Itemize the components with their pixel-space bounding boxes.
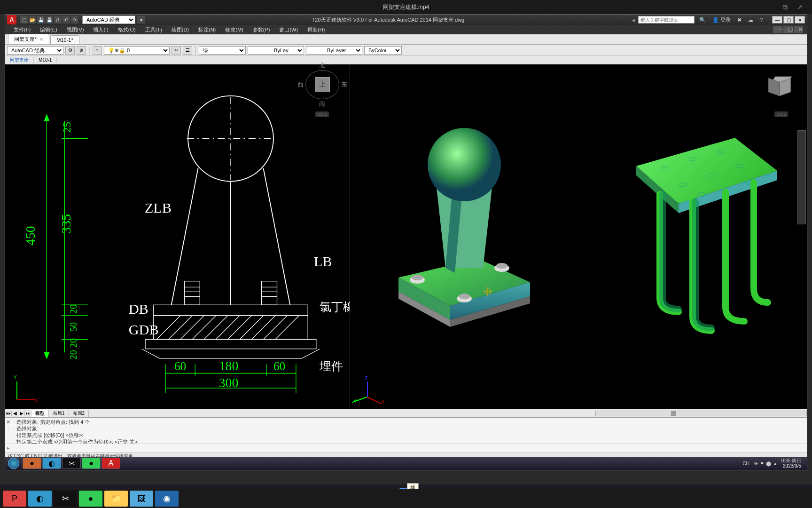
tab-next-icon[interactable]: ▶: [18, 411, 25, 416]
taskbar-item[interactable]: ◐: [42, 458, 61, 469]
tray-icon[interactable]: ⚑: [760, 461, 764, 466]
file-tab[interactable]: M10-1*: [50, 35, 79, 44]
workspace-settings-icon[interactable]: ▾: [137, 16, 145, 24]
taskbar-app[interactable]: ●: [79, 491, 102, 507]
layout-tab-2[interactable]: 布局2: [69, 410, 89, 417]
menu-modify[interactable]: 修改(M): [220, 26, 248, 33]
file-tab-active[interactable]: 网架支座* ✕: [8, 34, 49, 44]
horizontal-scrollbar[interactable]: [595, 411, 807, 416]
layer-state-icon[interactable]: ☰: [183, 46, 192, 55]
menu-draw[interactable]: 绘图(D): [167, 26, 194, 33]
undo-icon[interactable]: ↶: [62, 16, 70, 24]
menu-format[interactable]: 格式(O): [113, 26, 141, 33]
viewcube-2d[interactable]: 北 南 东 西 上 WCS: [304, 70, 341, 117]
taskbar-app[interactable]: P: [3, 491, 26, 507]
menu-edit[interactable]: 编辑(E): [35, 26, 62, 33]
taskbar-item[interactable]: ●: [23, 458, 41, 469]
taskbar-app[interactable]: ◉: [155, 491, 179, 507]
tab-last-icon[interactable]: ⏭: [25, 411, 31, 416]
ime-indicator[interactable]: CH: [741, 461, 751, 466]
start-button[interactable]: [5, 457, 22, 470]
wcs-label[interactable]: WCS: [315, 111, 329, 117]
menu-help[interactable]: 帮助(H): [303, 26, 329, 33]
saveas-icon[interactable]: 💾: [46, 16, 53, 24]
lineweight-dropdown[interactable]: ——— ByLayer: [306, 46, 362, 55]
tray-icon[interactable]: ▲: [773, 461, 778, 466]
viewport-2d[interactable]: ZLB LB DB GDB 氯丁橡 埋件 450 25: [5, 64, 350, 409]
doc-minimize-icon[interactable]: —: [773, 26, 782, 33]
command-prompt-icon: ▸: [7, 445, 14, 452]
external-icon[interactable]: ↗: [797, 3, 803, 11]
wcs-label[interactable]: WCS: [774, 111, 788, 117]
workspace-dropdown[interactable]: AutoCAD 经典: [82, 16, 135, 24]
menu-file[interactable]: 文件(F): [9, 26, 35, 33]
menu-window[interactable]: 窗口(W): [274, 26, 303, 33]
plotstyle-dropdown[interactable]: ByColor: [364, 46, 402, 55]
viewcube-3d[interactable]: WCS: [763, 70, 800, 117]
menu-tools[interactable]: 工具(T): [141, 26, 167, 33]
open-icon[interactable]: 📂: [29, 16, 36, 24]
stayconnected-icon[interactable]: ☁: [746, 17, 755, 23]
menu-view[interactable]: 视图(V): [62, 26, 89, 33]
taskbar-app[interactable]: ◐: [28, 491, 52, 507]
dim-25: 25: [61, 122, 73, 133]
help-search-input[interactable]: [638, 16, 695, 24]
taskbar-item[interactable]: ✂: [62, 458, 81, 469]
exchange-icon[interactable]: ✖: [735, 17, 743, 23]
close-button[interactable]: ✕: [795, 16, 805, 24]
tab-prev-icon[interactable]: ◀: [12, 411, 18, 416]
dim-60b: 60: [273, 359, 285, 373]
menu-parametric[interactable]: 参数(P): [248, 26, 275, 33]
viewport-tab[interactable]: 网架支座: [5, 56, 34, 64]
dim-300: 300: [219, 375, 239, 390]
taskbar-app[interactable]: ✂: [54, 491, 77, 507]
autocad-logo-icon[interactable]: A: [7, 15, 16, 24]
save-icon[interactable]: 💾: [37, 16, 45, 24]
layer-dropdown[interactable]: 💡❄🔒 0: [104, 46, 170, 55]
clock[interactable]: 0:35 周日 2023/3/5: [780, 458, 803, 468]
tray-icon[interactable]: 🕪: [753, 461, 758, 466]
svg-point-51: [412, 275, 423, 280]
viewport-3d-b[interactable]: WCS: [578, 64, 807, 409]
workspace-save-icon[interactable]: ⊕: [77, 46, 86, 55]
viewcube-top-face[interactable]: 上: [315, 77, 330, 92]
close-icon[interactable]: ✕: [6, 419, 12, 425]
tab-first-icon[interactable]: ⏮: [5, 411, 12, 416]
navigation-bar[interactable]: [797, 130, 806, 224]
taskbar-app[interactable]: 🖼: [130, 491, 153, 507]
workspace-dropdown-2[interactable]: AutoCAD 经典: [7, 46, 63, 55]
linetype-dropdown[interactable]: ———— ByLayer: [248, 46, 304, 55]
layout-tab-1[interactable]: 布局1: [49, 410, 69, 417]
command-input-row[interactable]: ▸ -: [5, 444, 807, 452]
redo-icon[interactable]: ↷: [71, 16, 78, 24]
svg-rect-20: [184, 281, 200, 305]
menu-browser-icon[interactable]: ◂: [632, 16, 635, 24]
viewport-3d-a[interactable]: ZXY: [350, 64, 578, 409]
taskbar-item[interactable]: ●: [82, 458, 101, 469]
command-input[interactable]: -: [16, 445, 17, 451]
drawing-area[interactable]: ZLB LB DB GDB 氯丁橡 埋件 450 25: [5, 64, 807, 409]
taskbar-item[interactable]: A: [102, 458, 120, 469]
taskbar-app[interactable]: 📁: [104, 491, 128, 507]
layer-previous-icon[interactable]: ↩: [172, 46, 181, 55]
maximize-button[interactable]: ▢: [783, 16, 794, 24]
workspace-settings-icon[interactable]: ⚙: [65, 46, 75, 55]
tray-icon[interactable]: ⬤: [766, 461, 771, 466]
search-icon[interactable]: 🔍: [697, 17, 708, 23]
color-dropdown[interactable]: 绿: [199, 46, 246, 55]
layer-properties-icon[interactable]: ≡: [93, 46, 102, 55]
menu-insert[interactable]: 插入(I): [88, 26, 113, 33]
help-icon[interactable]: ?: [758, 17, 765, 23]
pip-icon[interactable]: ⧉: [783, 3, 788, 11]
drag-handle-icon[interactable]: ⋮⋮: [6, 427, 16, 434]
new-icon[interactable]: ▢: [20, 16, 28, 24]
minimize-button[interactable]: —: [772, 16, 782, 24]
doc-close-icon[interactable]: ✕: [794, 26, 803, 33]
viewport-tab[interactable]: M10-1: [34, 57, 57, 63]
print-icon[interactable]: ⎙: [54, 16, 62, 24]
doc-restore-icon[interactable]: ▢: [783, 26, 793, 33]
close-icon[interactable]: ✕: [39, 37, 43, 42]
menu-dimension[interactable]: 标注(N): [194, 26, 220, 33]
layout-tab-model[interactable]: 模型: [31, 410, 49, 417]
signin-button[interactable]: 👤 登录: [710, 16, 733, 24]
